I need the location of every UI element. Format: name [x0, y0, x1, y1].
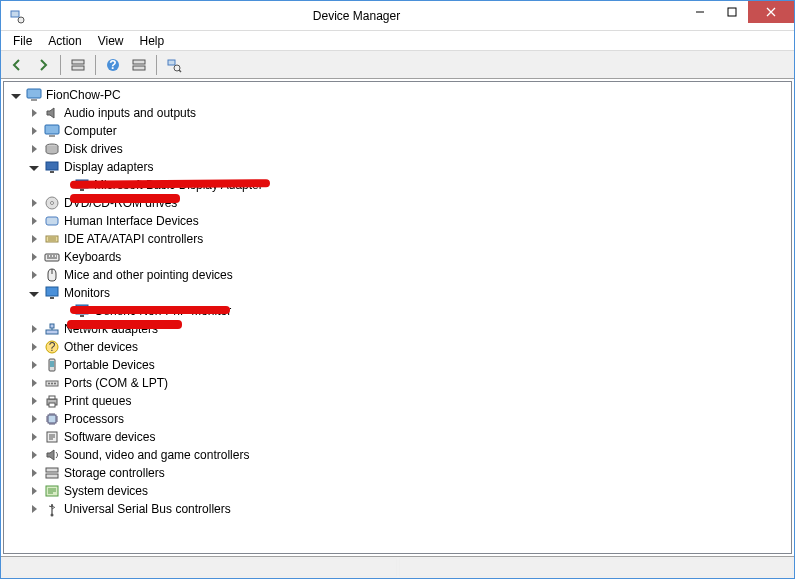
tree-row[interactable]: Audio inputs and outputs: [10, 104, 783, 122]
expander-collapsed-icon[interactable]: [28, 413, 40, 425]
maximize-button[interactable]: [716, 1, 748, 23]
expander-collapsed-icon[interactable]: [28, 395, 40, 407]
tree-item-label: Disk drives: [64, 140, 123, 158]
expander-collapsed-icon[interactable]: [28, 233, 40, 245]
other-icon: [44, 339, 60, 355]
tree-row[interactable]: Ports (COM & LPT): [10, 374, 783, 392]
expander-collapsed-icon[interactable]: [28, 107, 40, 119]
tree-row[interactable]: Storage controllers: [10, 464, 783, 482]
tree-item-label: Processors: [64, 410, 124, 428]
printer-icon: [44, 393, 60, 409]
expander-collapsed-icon[interactable]: [28, 215, 40, 227]
monitors-highlight: [67, 320, 182, 329]
tree-row[interactable]: Monitors: [10, 284, 783, 302]
hid-icon: [44, 213, 60, 229]
tree-item-label: Ports (COM & LPT): [64, 374, 168, 392]
expander-expanded-icon[interactable]: [28, 161, 40, 173]
portable-icon: [44, 357, 60, 373]
storage-icon: [44, 465, 60, 481]
toolbar: [1, 51, 794, 79]
menu-help[interactable]: Help: [132, 32, 173, 50]
tree-row[interactable]: Human Interface Devices: [10, 212, 783, 230]
expander-collapsed-icon[interactable]: [28, 377, 40, 389]
ide-icon: [44, 231, 60, 247]
disk-icon: [44, 141, 60, 157]
tree-item-label: System devices: [64, 482, 148, 500]
usb-icon: [44, 501, 60, 517]
expander-placeholder: [58, 179, 70, 191]
toolbar-separator: [95, 55, 96, 75]
tree-row[interactable]: Software devices: [10, 428, 783, 446]
tree-item-label: Monitors: [64, 284, 110, 302]
tree-row[interactable]: Universal Serial Bus controllers: [10, 500, 783, 518]
minimize-button[interactable]: [684, 1, 716, 23]
tree-row[interactable]: Computer: [10, 122, 783, 140]
expander-collapsed-icon[interactable]: [28, 269, 40, 281]
tree-row[interactable]: IDE ATA/ATAPI controllers: [10, 230, 783, 248]
device-tree[interactable]: FionChow-PCAudio inputs and outputsCompu…: [3, 81, 792, 554]
tree-item-label: Sound, video and game controllers: [64, 446, 249, 464]
help-button[interactable]: [101, 53, 125, 77]
tree-row[interactable]: System devices: [10, 482, 783, 500]
scan-hardware-button[interactable]: [162, 53, 186, 77]
network-icon: [44, 321, 60, 337]
menu-action[interactable]: Action: [40, 32, 89, 50]
tree-row[interactable]: Print queues: [10, 392, 783, 410]
computer-icon: [44, 123, 60, 139]
expander-placeholder: [58, 305, 70, 317]
expander-collapsed-icon[interactable]: [28, 359, 40, 371]
forward-button[interactable]: [31, 53, 55, 77]
tree-row[interactable]: Other devices: [10, 338, 783, 356]
system-icon: [44, 483, 60, 499]
sound-icon: [44, 447, 60, 463]
tree-row[interactable]: Mice and other pointing devices: [10, 266, 783, 284]
tree-row[interactable]: Disk drives: [10, 140, 783, 158]
expander-collapsed-icon[interactable]: [28, 143, 40, 155]
expander-collapsed-icon[interactable]: [28, 251, 40, 263]
back-button[interactable]: [5, 53, 29, 77]
expander-collapsed-icon[interactable]: [28, 125, 40, 137]
expander-collapsed-icon[interactable]: [28, 431, 40, 443]
expander-collapsed-icon[interactable]: [28, 323, 40, 335]
tree-item-label: Keyboards: [64, 248, 121, 266]
display-icon: [44, 159, 60, 175]
tree-item-label: Audio inputs and outputs: [64, 104, 196, 122]
menu-file[interactable]: File: [5, 32, 40, 50]
tree-item-label: Other devices: [64, 338, 138, 356]
tree-item-label: Human Interface Devices: [64, 212, 199, 230]
expander-expanded-icon[interactable]: [10, 89, 22, 101]
tree-row[interactable]: Portable Devices: [10, 356, 783, 374]
toolbar-separator: [60, 55, 61, 75]
show-hide-button[interactable]: [66, 53, 90, 77]
expander-collapsed-icon[interactable]: [28, 449, 40, 461]
monitors-highlight: [70, 306, 230, 314]
monitor-icon: [44, 285, 60, 301]
expander-collapsed-icon[interactable]: [28, 341, 40, 353]
expander-collapsed-icon[interactable]: [28, 467, 40, 479]
tree-item-label: Portable Devices: [64, 356, 155, 374]
tree-row[interactable]: FionChow-PC: [10, 86, 783, 104]
software-icon: [44, 429, 60, 445]
cpu-icon: [44, 411, 60, 427]
close-button[interactable]: [748, 1, 794, 23]
titlebar: Device Manager: [1, 1, 794, 31]
port-icon: [44, 375, 60, 391]
device-mgr-icon: [9, 8, 25, 24]
expander-collapsed-icon[interactable]: [28, 485, 40, 497]
menubar: File Action View Help: [1, 31, 794, 51]
tree-row[interactable]: Display adapters: [10, 158, 783, 176]
status-bar: [1, 556, 794, 578]
tree-item-label: Software devices: [64, 428, 155, 446]
menu-view[interactable]: View: [90, 32, 132, 50]
tree-item-label: Display adapters: [64, 158, 153, 176]
expander-collapsed-icon[interactable]: [28, 197, 40, 209]
expander-collapsed-icon[interactable]: [28, 503, 40, 515]
status-pane-right: [399, 558, 794, 577]
tree-row[interactable]: Keyboards: [10, 248, 783, 266]
tree-row[interactable]: Processors: [10, 410, 783, 428]
expander-expanded-icon[interactable]: [28, 287, 40, 299]
tree-row[interactable]: Sound, video and game controllers: [10, 446, 783, 464]
computer-icon: [26, 87, 42, 103]
properties-button[interactable]: [127, 53, 151, 77]
display-adapter-highlight: [70, 194, 180, 203]
